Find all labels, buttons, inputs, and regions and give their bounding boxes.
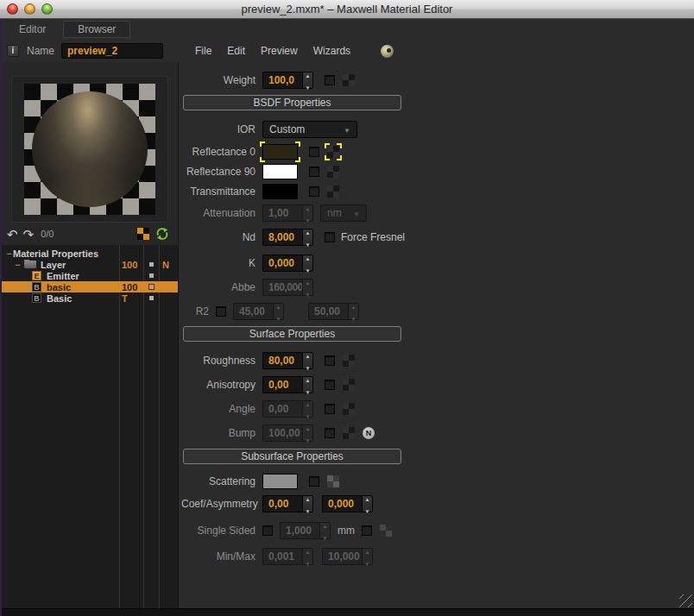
angle-spinbox[interactable]: 0,00 xyxy=(262,400,313,418)
spin-down-icon[interactable] xyxy=(306,504,311,516)
spin-up-icon[interactable] xyxy=(306,225,311,237)
anisotropy-spinbox[interactable]: 0,00 xyxy=(262,376,313,393)
spin-up-icon[interactable] xyxy=(365,492,370,504)
angle-map-checkbox[interactable] xyxy=(325,404,335,414)
roughness-map-checkbox[interactable] xyxy=(325,355,335,366)
transmittance-color-swatch[interactable] xyxy=(262,184,298,199)
close-button[interactable] xyxy=(7,3,18,15)
minimize-button[interactable] xyxy=(24,3,35,15)
tab-editor[interactable]: Editor xyxy=(7,22,58,37)
abbe-spinbox[interactable]: 160,000 xyxy=(262,279,313,296)
single-sided-texture-icon[interactable] xyxy=(380,525,392,537)
window-titlebar[interactable]: preview_2.mxm* – Maxwell Material Editor xyxy=(0,0,694,19)
spin-up-icon[interactable] xyxy=(306,421,311,433)
spin-up-icon[interactable] xyxy=(306,68,311,80)
spin-up-icon[interactable] xyxy=(306,544,311,556)
bump-texture-icon[interactable] xyxy=(343,427,355,439)
collapse-icon[interactable] xyxy=(5,248,13,259)
anisotropy-map-checkbox[interactable] xyxy=(325,380,335,390)
reflectance90-color-swatch[interactable] xyxy=(262,164,298,179)
texture-checker-icon[interactable] xyxy=(137,228,149,240)
nd-spinbox[interactable]: 8,000 xyxy=(262,229,313,246)
spin-down-icon[interactable] xyxy=(365,556,370,569)
spin-down-icon[interactable] xyxy=(306,361,311,373)
spin-down-icon[interactable] xyxy=(276,311,281,324)
weight-texture-icon[interactable] xyxy=(343,74,355,86)
spin-up-icon[interactable] xyxy=(365,544,370,556)
roughness-texture-icon[interactable] xyxy=(343,355,355,367)
reflectance90-map-checkbox[interactable] xyxy=(309,167,319,177)
tree-row-basic[interactable]: B Basic T xyxy=(0,292,178,304)
spin-down-icon[interactable] xyxy=(306,409,311,421)
spin-up-icon[interactable] xyxy=(351,299,356,311)
info-icon[interactable]: i xyxy=(7,45,19,57)
r2-min-spinbox[interactable]: 45,00 xyxy=(233,303,284,320)
spin-down-icon[interactable] xyxy=(306,556,311,569)
coef-spinbox[interactable]: 0,00 xyxy=(262,495,313,512)
r2-max-spinbox[interactable]: 50,00 xyxy=(308,303,359,320)
scattering-map-checkbox[interactable] xyxy=(309,476,319,487)
scattering-texture-icon[interactable] xyxy=(327,475,339,487)
anisotropy-texture-icon[interactable] xyxy=(343,379,355,391)
redo-icon[interactable]: ↷ xyxy=(23,228,35,241)
tab-browser[interactable]: Browser xyxy=(63,21,130,38)
spin-down-icon[interactable] xyxy=(306,263,311,275)
zoom-button[interactable] xyxy=(41,3,53,15)
spin-down-icon[interactable] xyxy=(306,385,311,397)
single-sided-checkbox[interactable] xyxy=(262,525,273,536)
spin-up-icon[interactable] xyxy=(306,373,311,385)
spin-down-icon[interactable] xyxy=(306,433,311,445)
spin-up-icon[interactable] xyxy=(323,519,328,531)
bump-spinbox[interactable]: 100,00 xyxy=(262,424,313,442)
visibility-dot[interactable] xyxy=(149,262,154,267)
bump-map-checkbox[interactable] xyxy=(325,428,335,438)
collapse-icon[interactable] xyxy=(14,260,22,270)
min-spinbox[interactable]: 0,001 xyxy=(262,548,313,565)
attenuation-spinbox[interactable]: 1,00 xyxy=(262,204,313,222)
spin-down-icon[interactable] xyxy=(306,80,311,92)
k-spinbox[interactable]: 0,000 xyxy=(262,255,313,272)
spin-up-icon[interactable] xyxy=(306,275,311,287)
spin-up-icon[interactable] xyxy=(276,299,281,311)
transmittance-texture-icon[interactable] xyxy=(327,185,339,198)
reflectance90-texture-icon[interactable] xyxy=(327,166,339,178)
visibility-dot[interactable] xyxy=(149,273,154,278)
tree-row-emitter[interactable]: E Emitter xyxy=(0,270,178,281)
menu-wizards[interactable]: Wizards xyxy=(306,45,358,57)
spin-down-icon[interactable] xyxy=(351,311,356,324)
spin-down-icon[interactable] xyxy=(306,287,311,299)
angle-texture-icon[interactable] xyxy=(343,403,355,415)
menu-preview[interactable]: Preview xyxy=(253,45,306,57)
spin-up-icon[interactable] xyxy=(306,397,311,409)
refresh-icon[interactable] xyxy=(155,227,169,241)
resize-grip[interactable] xyxy=(679,594,692,607)
r2-checkbox[interactable] xyxy=(216,306,226,317)
attenuation-unit-dropdown[interactable]: nm xyxy=(320,204,367,222)
spin-up-icon[interactable] xyxy=(306,201,311,213)
scattering-color-swatch[interactable] xyxy=(262,474,298,489)
reflectance0-color-swatch[interactable] xyxy=(262,144,298,160)
single-sided-spinbox[interactable]: 1,000 xyxy=(280,522,331,539)
spin-down-icon[interactable] xyxy=(365,504,370,516)
asymmetry-spinbox[interactable]: 0,000 xyxy=(322,495,373,512)
tree-row-layer[interactable]: Layer 100 N xyxy=(0,259,178,270)
normal-map-toggle-icon[interactable]: N xyxy=(363,427,375,439)
spin-up-icon[interactable] xyxy=(306,492,311,504)
menu-edit[interactable]: Edit xyxy=(219,45,253,57)
menu-file[interactable]: File xyxy=(187,45,219,57)
transmittance-map-checkbox[interactable] xyxy=(309,186,319,197)
spin-down-icon[interactable] xyxy=(306,213,311,225)
single-sided-map-checkbox[interactable] xyxy=(362,525,372,536)
reflectance0-map-checkbox[interactable] xyxy=(309,147,319,157)
spin-down-icon[interactable] xyxy=(323,531,328,543)
weight-spinbox[interactable]: 100,0 xyxy=(262,72,313,89)
spin-down-icon[interactable] xyxy=(306,237,311,249)
material-name-input[interactable]: preview_2 xyxy=(61,43,163,59)
ior-dropdown[interactable]: Custom xyxy=(262,121,357,138)
undo-icon[interactable]: ↶ xyxy=(7,228,18,241)
material-ball-icon[interactable] xyxy=(381,45,394,58)
visibility-dot[interactable] xyxy=(148,284,155,290)
tree-row-basic-selected[interactable]: B basic 100 xyxy=(0,281,178,292)
max-spinbox[interactable]: 10,000 xyxy=(322,548,373,565)
spin-up-icon[interactable] xyxy=(306,251,311,263)
